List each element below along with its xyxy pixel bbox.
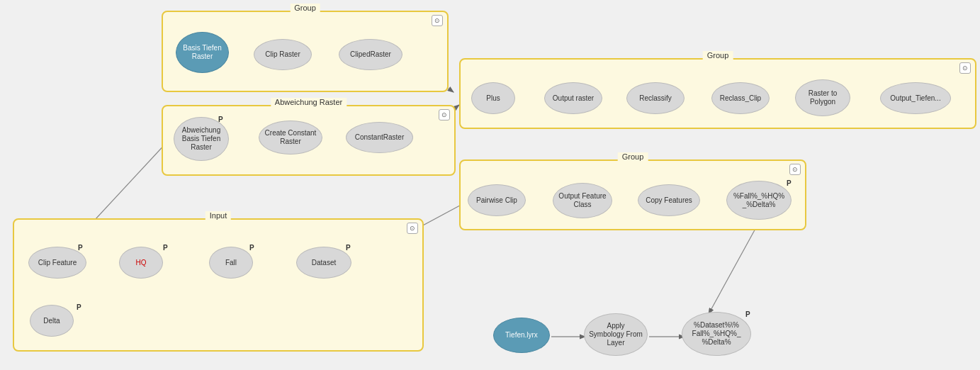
group-input-collapse[interactable]: ⊙ [407,223,418,234]
node-dataset-fall-hq-delta[interactable]: %Dataset%\% Fall%_%HQ%_ %Delta% [682,312,751,356]
node-clip-raster[interactable]: Clip Raster [254,39,312,70]
node-constant-raster[interactable]: ConstantRaster [346,122,413,153]
group-top-left-label: Group [290,4,320,12]
node-pairwise-clip[interactable]: Pairwise Clip [468,184,526,216]
node-output-tiefen[interactable]: Output_Tiefen... [880,82,951,114]
node-raster-to-polygon[interactable]: Raster to Polygon [795,79,850,116]
group-top-left-collapse[interactable]: ⊙ [432,15,443,26]
node-create-constant[interactable]: Create Constant Raster [259,120,322,155]
p-fall: P [249,244,254,252]
node-fall[interactable]: Fall [209,247,253,279]
group-right-top-label: Group [703,51,733,60]
node-reclassify[interactable]: Reclassify [626,82,685,114]
group-right-mid-collapse[interactable]: ⊙ [789,164,801,175]
node-delta[interactable]: Delta [30,305,74,337]
p-delta: P [77,303,81,311]
node-copy-features[interactable]: Copy Features [638,184,700,216]
group-right-top-collapse[interactable]: ⊙ [959,62,971,74]
group-input: Input ⊙ [13,218,424,352]
workflow-canvas: Group ⊙ Abweichung Raster ⊙ Input ⊙ Grou… [0,0,980,370]
svg-line-16 [709,220,760,314]
p-clip-feature: P [78,244,83,252]
node-reclass-clip[interactable]: Reclass_Clip [711,82,770,114]
p-dataset: P [346,244,351,252]
p-dataset-fall-hq-delta: P [745,310,750,318]
node-output-raster[interactable]: Output raster [544,82,602,114]
group-right-mid-label: Group [618,152,648,161]
group-abweichung-collapse[interactable]: ⊙ [439,109,450,120]
p-hq: P [163,244,168,252]
node-dataset[interactable]: Dataset [296,247,351,279]
node-plus[interactable]: Plus [471,82,515,114]
node-output-feature-class[interactable]: Output Feature Class [553,183,612,218]
p-fall-hq-delta: P [787,179,792,187]
group-input-label: Input [205,211,231,220]
group-abweichung-label: Abweichung Raster [271,98,347,106]
node-apply-symbology[interactable]: Apply Symbology From Layer [584,313,648,356]
node-fall-hq-delta[interactable]: %Fall%_%HQ% _%Delta% [726,181,792,220]
node-cliped-raster[interactable]: ClipedRaster [339,39,402,70]
node-abweichung-basis[interactable]: Abweichung Basis Tiefen Raster [174,117,229,161]
node-hq[interactable]: HQ [119,247,163,279]
node-tiefen-lyrx[interactable]: Tiefen.lyrx [493,318,550,353]
node-basis-tiefen[interactable]: Basis Tiefen Raster [176,32,229,73]
p-label-abweichung: P [218,116,223,123]
